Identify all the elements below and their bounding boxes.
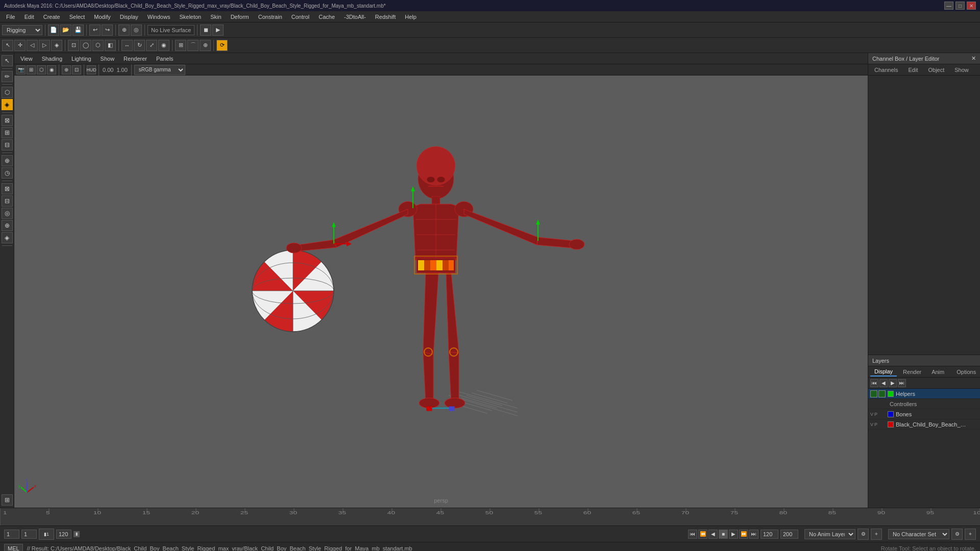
tab-object[interactable]: Object (924, 66, 948, 74)
select-mode-button[interactable]: ↖ (2, 55, 13, 66)
snap-point[interactable]: ⊕ (200, 40, 211, 51)
play-forward-button[interactable]: ▶ (729, 530, 738, 539)
menu-edit[interactable]: Edit (20, 13, 38, 21)
misc-tool4[interactable]: ◷ (2, 167, 13, 179)
layer-item-helpers[interactable]: Helpers (868, 389, 980, 399)
misc-tool1[interactable]: ⊞ (2, 127, 13, 138)
select-tool[interactable]: ⊕ (118, 24, 130, 36)
render-settings[interactable]: ◼ (200, 24, 211, 36)
3d-scene[interactable]: x y z persp (14, 76, 868, 508)
frame-end-input[interactable] (761, 530, 778, 539)
step-back-button[interactable]: ⏪ (698, 530, 707, 539)
anim-layer-add[interactable]: + (871, 529, 882, 540)
menu-skin[interactable]: Skin (206, 13, 225, 21)
bend-tool[interactable]: ◧ (105, 40, 116, 51)
pivot-btn[interactable]: ◉ (158, 40, 169, 51)
vp-shaded[interactable]: ◉ (47, 65, 56, 74)
xform-tool[interactable]: ⊡ (68, 40, 79, 51)
vp-lighting-menu[interactable]: Lighting (67, 55, 95, 63)
select-obj-button[interactable]: ↖ (2, 40, 13, 51)
menu-modify[interactable]: Modify (90, 13, 114, 21)
menu-redshift[interactable]: Redshift (371, 13, 400, 21)
misc-tool2[interactable]: ⊟ (2, 139, 13, 151)
redo-button[interactable]: ↪ (102, 24, 113, 36)
move-btn[interactable]: ↔ (121, 40, 133, 51)
misc-tool5[interactable]: ⊠ (2, 183, 13, 194)
layer-tab-render[interactable]: Render (899, 368, 925, 376)
poly-tool[interactable]: ◯ (80, 40, 91, 51)
anim-layer-settings[interactable]: ⚙ (857, 529, 869, 540)
vp-bbox[interactable]: ⊡ (72, 65, 81, 74)
vp-show-menu[interactable]: Show (96, 55, 119, 63)
new-scene-button[interactable]: 📄 (48, 24, 59, 36)
layer-item-bones[interactable]: V P Bones (868, 409, 980, 419)
active-rotate[interactable]: ⟳ (216, 40, 228, 51)
soft-select[interactable]: ◈ (51, 40, 62, 51)
window-controls[interactable]: — □ ✕ (944, 2, 976, 10)
go-end-button[interactable]: ⏭ (749, 530, 758, 539)
vp-hud[interactable]: HUD (87, 65, 96, 74)
menu-select[interactable]: Select (65, 13, 89, 21)
lattice-tool[interactable]: ⬡ (92, 40, 104, 51)
menu-cache[interactable]: Cache (314, 13, 339, 21)
step-forward-button[interactable]: ⏩ (739, 530, 748, 539)
layer-tab-anim[interactable]: Anim (927, 368, 948, 376)
char-set-settings[interactable]: ⚙ (951, 529, 963, 540)
vp-camera[interactable]: 📷 (16, 65, 26, 74)
lasso-select[interactable]: ◁ (27, 40, 38, 51)
channel-box-close-icon[interactable]: ✕ (971, 55, 976, 62)
rotate-btn[interactable]: ↻ (134, 40, 145, 51)
go-start-button[interactable]: ⏮ (688, 530, 697, 539)
measure-tool[interactable]: ⊠ (2, 115, 13, 126)
tab-edit[interactable]: Edit (904, 66, 922, 74)
menu-3dtoall[interactable]: -3DtoAll- (340, 13, 370, 21)
layer-prev1[interactable]: ⏮ (870, 379, 878, 387)
frame-current-input[interactable] (21, 530, 37, 539)
snap-curve[interactable]: ⌒ (187, 40, 199, 51)
menu-control[interactable]: Control (287, 13, 313, 21)
vp-wireframe[interactable]: ⬡ (37, 65, 46, 74)
layer-options[interactable]: Options (952, 368, 980, 376)
open-scene-button[interactable]: 📂 (60, 24, 71, 36)
frame-marker-btn[interactable]: ▮1 (39, 529, 54, 540)
menu-deform[interactable]: Deform (227, 13, 253, 21)
timeline-scale[interactable]: 1 5 10 15 20 25 30 35 40 45 50 55 60 (0, 508, 980, 525)
shape-tool[interactable]: ⬡ (2, 87, 13, 98)
snap-toggle[interactable]: ⊞ (2, 494, 13, 506)
play-back-button[interactable]: ◀ (708, 530, 718, 539)
close-button[interactable]: ✕ (967, 2, 976, 10)
viewport[interactable]: View Shading Lighting Show Renderer Pane… (14, 53, 868, 508)
minimize-button[interactable]: — (944, 2, 953, 10)
layer-item-controllers[interactable]: Controllers (868, 399, 980, 409)
maximize-button[interactable]: □ (955, 2, 965, 10)
anim-layer-select[interactable]: No Anim Layer (804, 529, 855, 539)
vp-renderer-menu[interactable]: Renderer (119, 55, 151, 63)
frame-ticker[interactable]: ▮ (74, 531, 80, 537)
lasso-tool[interactable]: ◎ (131, 24, 142, 36)
stop-button[interactable]: ■ (719, 530, 728, 539)
render-button[interactable]: ▶ (212, 24, 224, 36)
menu-constrain[interactable]: Constrain (254, 13, 286, 21)
timeline[interactable]: 1 5 10 15 20 25 30 35 40 45 50 55 60 (0, 508, 980, 525)
misc-tool3[interactable]: ⊕ (2, 155, 13, 166)
layer-tab-display[interactable]: Display (870, 367, 897, 377)
menu-skeleton[interactable]: Skeleton (175, 13, 205, 21)
vp-grid[interactable]: ⊞ (27, 65, 36, 74)
frame-end-display-input[interactable] (56, 530, 71, 539)
misc-tool8[interactable]: ⊕ (2, 220, 13, 231)
layer-prev2[interactable]: ◀ (879, 379, 888, 387)
vp-shading-menu[interactable]: Shading (38, 55, 66, 63)
misc-tool9[interactable]: ◈ (2, 232, 13, 243)
misc-tool6[interactable]: ⊟ (2, 195, 13, 207)
tab-show[interactable]: Show (950, 66, 973, 74)
paint-select[interactable]: ▷ (39, 40, 50, 51)
tab-channels[interactable]: Channels (870, 66, 902, 74)
menu-file[interactable]: File (2, 13, 19, 21)
character-set-select[interactable]: No Character Set (888, 529, 949, 539)
active-tool[interactable]: ◈ (2, 99, 13, 110)
layer-next2[interactable]: ⏭ (898, 379, 906, 387)
vp-panels-menu[interactable]: Panels (152, 55, 178, 63)
frame-start-input[interactable] (4, 530, 19, 539)
vp-smooth[interactable]: ⊕ (62, 65, 71, 74)
paint-tool-button[interactable]: ✏ (2, 71, 13, 82)
